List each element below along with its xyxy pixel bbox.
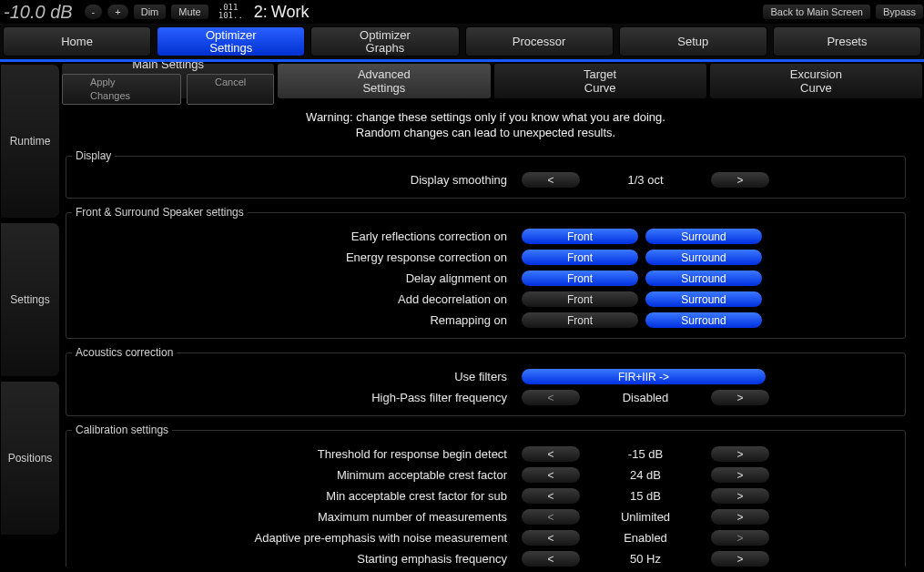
main-tab-processor[interactable]: Processor (465, 26, 614, 56)
db-minus-button[interactable]: - (84, 4, 104, 20)
value-text: Unlimited (586, 510, 705, 524)
front-toggle[interactable]: Front (521, 228, 639, 245)
hp-filter-label: High-Pass filter frequency (72, 391, 518, 404)
prev-button[interactable]: < (521, 445, 581, 463)
row-label: Threshold for response begin detect (72, 447, 518, 461)
value-text: 24 dB (586, 468, 705, 482)
front-toggle[interactable]: Front (521, 312, 639, 329)
hp-next-button[interactable]: > (710, 389, 770, 406)
main-tab-setup[interactable]: Setup (619, 26, 767, 56)
sub-tab-main-settings[interactable]: Main SettingsApply ChangesCancel (62, 64, 274, 98)
bits-display: .011 101.. (218, 4, 243, 20)
side-tab-settings[interactable]: Settings (0, 222, 60, 377)
sub-tab-target[interactable]: TargetCurve (494, 64, 706, 98)
prev-button[interactable]: < (521, 529, 581, 546)
surround-toggle[interactable]: Surround (645, 312, 763, 329)
prev-button[interactable]: < (521, 466, 581, 484)
db-plus-button[interactable]: + (107, 4, 128, 20)
prev-button[interactable]: < (521, 550, 581, 567)
side-tab-runtime[interactable]: Runtime (0, 64, 60, 219)
front-toggle[interactable]: Front (521, 249, 639, 266)
apply-changes-button[interactable]: Apply Changes (62, 74, 181, 105)
smoothing-value: 1/3 oct (586, 173, 705, 187)
main-tab-presets[interactable]: Presets (773, 26, 921, 56)
surround-toggle[interactable]: Surround (645, 270, 763, 287)
topbar: -10.0 dB - + Dim Mute .011 101.. 2: Work… (0, 0, 924, 24)
display-smoothing-label: Display smoothing (72, 173, 518, 187)
hp-prev-button[interactable]: < (521, 389, 581, 406)
row-label: Add decorrelation on (72, 292, 518, 306)
side-tab-positions[interactable]: Positions (0, 381, 60, 536)
prev-button[interactable]: < (521, 487, 581, 505)
preset-name: Work (271, 3, 310, 22)
side-tabs: RuntimeSettingsPositions (0, 62, 60, 569)
surround-toggle[interactable]: Surround (645, 249, 763, 266)
row-label: Min acceptable crest factor for sub (72, 489, 518, 503)
next-button[interactable]: > (710, 445, 770, 463)
mute-button[interactable]: Mute (170, 4, 208, 20)
display-group: Display Display smoothing < 1/3 oct > (66, 149, 906, 199)
db-level: -10.0 dB (4, 2, 73, 23)
front-toggle[interactable]: Front (521, 291, 639, 308)
next-button[interactable]: > (710, 466, 770, 484)
smoothing-prev-button[interactable]: < (521, 171, 581, 189)
main-tab-optimizer[interactable]: OptimizerGraphs (310, 26, 459, 56)
row-label: Maximum number of measurements (72, 510, 518, 524)
value-text: -15 dB (586, 447, 705, 461)
acoustics-group: Acoustics correction Use filters FIR+IIR… (66, 346, 906, 416)
next-button[interactable]: > (710, 550, 770, 567)
hp-value: Disabled (586, 391, 705, 404)
surround-toggle[interactable]: Surround (645, 228, 763, 245)
next-button[interactable]: > (710, 529, 770, 546)
row-label: Minimum acceptable crest factor (72, 468, 518, 482)
calibration-group: Calibration settings Threshold for respo… (66, 424, 906, 567)
settings-scroll[interactable]: Warning: change these settings only if y… (60, 100, 924, 567)
main-tabs: HomeOptimizerSettingsOptimizerGraphsProc… (0, 24, 924, 62)
value-text: 50 Hz (586, 552, 705, 566)
sub-tabs: Main SettingsApply ChangesCancelAdvanced… (60, 62, 924, 100)
value-text: Enabled (586, 531, 705, 545)
next-button[interactable]: > (710, 508, 770, 526)
sub-tab-advanced[interactable]: AdvancedSettings (278, 64, 490, 98)
cancel-button[interactable]: Cancel (187, 74, 274, 105)
value-text: 15 dB (586, 489, 705, 503)
main-tab-optimizer[interactable]: OptimizerSettings (157, 26, 305, 56)
row-label: Energy response correction on (72, 250, 518, 264)
row-label: Early reflections correction on (72, 230, 518, 243)
sub-tab-excursion[interactable]: ExcursionCurve (710, 64, 922, 98)
main-tab-home[interactable]: Home (3, 26, 151, 56)
row-label: Remapping on (72, 313, 518, 327)
preset-number: 2: (254, 3, 268, 22)
dim-button[interactable]: Dim (133, 4, 168, 20)
back-to-main-button[interactable]: Back to Main Screen (762, 4, 871, 20)
prev-button[interactable]: < (521, 508, 581, 526)
speaker-group: Front & Surround Speaker settings Early … (66, 206, 906, 339)
next-button[interactable]: > (710, 487, 770, 505)
bypass-button[interactable]: Bypass (875, 4, 924, 20)
smoothing-next-button[interactable]: > (710, 171, 770, 189)
warning-text: Warning: change these settings only if y… (66, 109, 906, 140)
use-filters-toggle[interactable]: FIR+IIR -> (521, 368, 767, 385)
row-label: Starting emphasis frequency (72, 552, 518, 566)
use-filters-label: Use filters (72, 370, 518, 383)
row-label: Adaptive pre-emphasis with noise measure… (72, 531, 518, 545)
row-label: Delay alignment on (72, 271, 518, 285)
front-toggle[interactable]: Front (521, 270, 639, 287)
surround-toggle[interactable]: Surround (645, 291, 763, 308)
